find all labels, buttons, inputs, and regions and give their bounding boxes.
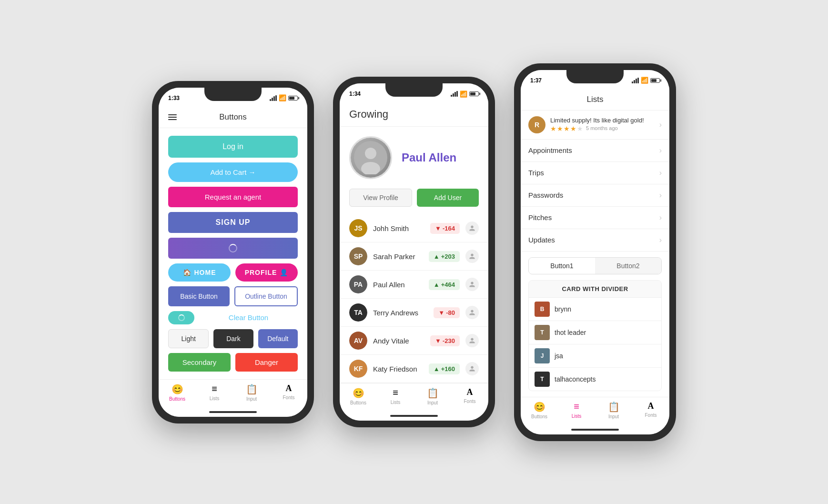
user-list-item: JS Johh Smith ▼ -164	[340, 214, 488, 242]
lists-tab-icon-2: ≡	[393, 387, 398, 398]
tab-buttons[interactable]: 😊 Buttons	[159, 383, 196, 402]
lists-tab-icon: ≡	[212, 383, 217, 394]
wifi-icon: 📶	[279, 94, 286, 101]
review-card[interactable]: R Limited supply! Its like digital gold!…	[521, 111, 669, 140]
tab-2-buttons[interactable]: 😊 Buttons	[340, 387, 377, 405]
tab-lists[interactable]: ≡ Lists	[196, 383, 233, 402]
tab-2-input[interactable]: 📋 Input	[414, 387, 451, 405]
user-action-button[interactable]	[465, 334, 479, 347]
tab-3-buttons[interactable]: 😊 Buttons	[521, 401, 558, 419]
phone-1-home-indicator	[159, 407, 307, 417]
user-action-button[interactable]	[465, 278, 479, 291]
secondary-button[interactable]: Secondary	[168, 353, 231, 372]
phone-3-time: 1:37	[530, 77, 542, 84]
home-button[interactable]: 🏠 HOME	[168, 263, 231, 282]
add-user-button[interactable]: Add User	[417, 189, 479, 207]
light-dark-default-row: Light Dark Default	[168, 329, 298, 348]
menu-item-label: Passwords	[528, 191, 563, 199]
fonts-tab-icon-3: A	[648, 401, 654, 411]
tab-fonts[interactable]: A Fonts	[270, 383, 307, 402]
fonts-tab-label-3: Fonts	[645, 413, 656, 418]
score-badge: ▲ +160	[429, 363, 460, 374]
basic-button[interactable]: Basic Button	[168, 286, 230, 306]
menu-item[interactable]: Appointments ›	[521, 140, 669, 162]
segment-btn2[interactable]: Button2	[595, 258, 661, 274]
basic-outline-row: Basic Button Outline Button	[168, 286, 298, 306]
input-tab-icon: 📋	[246, 383, 258, 395]
user-avatar: TA	[349, 303, 367, 322]
chevron-right-icon: ›	[659, 213, 662, 222]
card-item-name: jsa	[555, 352, 563, 360]
phone-2-home-indicator	[340, 411, 488, 421]
menu-item-label: Pitches	[528, 213, 552, 222]
review-text: Limited supply! Its like digital gold!	[550, 117, 655, 124]
clear-button[interactable]: Clear Button	[199, 313, 298, 322]
login-button[interactable]: Log in	[168, 136, 298, 158]
agent-button[interactable]: Request an agent	[168, 187, 298, 207]
user-action-button[interactable]	[465, 362, 479, 375]
menu-item[interactable]: Pitches ›	[521, 207, 669, 229]
signup-button[interactable]: SIGN UP	[168, 212, 298, 233]
cart-button[interactable]: Add to Cart →	[168, 162, 298, 182]
phone-1-time: 1:33	[168, 95, 180, 101]
light-button[interactable]: Light	[168, 329, 209, 348]
tab-3-input[interactable]: 📋 Input	[595, 401, 632, 419]
hamburger-icon[interactable]	[168, 114, 177, 120]
user-avatar: JS	[349, 219, 367, 237]
menu-item[interactable]: Trips ›	[521, 162, 669, 184]
danger-button[interactable]: Danger	[235, 353, 298, 372]
menu-item[interactable]: Passwords ›	[521, 184, 669, 207]
person-icon	[469, 253, 475, 260]
view-profile-button[interactable]: View Profile	[349, 189, 412, 207]
input-tab-label-2: Input	[427, 400, 438, 405]
chevron-right-icon: ›	[659, 191, 662, 200]
user-action-button[interactable]	[465, 222, 479, 235]
spinner-icon	[229, 244, 237, 252]
segment-btn1[interactable]: Button1	[529, 258, 595, 274]
card-items: B brynn T thot leader J jsa T talhaconce…	[529, 298, 661, 391]
tab-2-lists[interactable]: ≡ Lists	[377, 387, 414, 405]
phone-1-title: Buttons	[219, 112, 247, 122]
loading-button[interactable]	[168, 238, 298, 259]
user-action-button[interactable]	[465, 250, 479, 263]
user-list-item: KF Katy Friedson ▲ +160	[340, 355, 488, 383]
phone-3-inner: 1:37 📶 Lists	[521, 70, 669, 434]
default-button[interactable]: Default	[258, 329, 298, 348]
user-name: Katy Friedson	[373, 365, 423, 373]
phone-2-header: Growing	[340, 104, 488, 127]
tab-2-fonts[interactable]: A Fonts	[451, 387, 488, 405]
toggle-button[interactable]	[168, 311, 194, 324]
card-list-item: B brynn	[529, 298, 661, 321]
chevron-right-icon: ›	[659, 236, 662, 244]
profile-button[interactable]: PROFILE 👤	[235, 263, 298, 282]
profile-name: Paul Allen	[402, 151, 456, 164]
dark-button[interactable]: Dark	[213, 329, 253, 348]
user-avatar: PA	[349, 275, 367, 293]
profile-buttons: View Profile Add User	[340, 189, 488, 214]
user-action-button[interactable]	[465, 306, 479, 319]
tab-3-lists[interactable]: ≡ Lists	[558, 401, 595, 419]
toggle-clear-row: Clear Button	[168, 311, 298, 324]
input-tab-icon-3: 📋	[608, 401, 620, 413]
card-list-item: T thot leader	[529, 321, 661, 344]
tab-3-fonts[interactable]: A Fonts	[632, 401, 669, 419]
svg-point-1	[365, 148, 376, 159]
wifi-icon-3: 📶	[641, 77, 648, 84]
battery-icon-3	[650, 78, 660, 83]
battery-icon-2	[469, 91, 479, 96]
score-badge: ▼ -230	[430, 335, 460, 346]
menu-item-label: Appointments	[528, 146, 572, 154]
tab-input[interactable]: 📋 Input	[233, 383, 270, 402]
user-avatar: KF	[349, 360, 367, 378]
score-badge: ▼ -80	[434, 307, 460, 318]
user-avatar: AV	[349, 332, 367, 350]
phone-1-inner: 1:33 📶	[159, 88, 307, 417]
phone-3-notch	[566, 70, 624, 83]
buttons-tab-label: Buttons	[169, 396, 185, 402]
card-item-name: thot leader	[555, 329, 586, 336]
menu-item[interactable]: Updates ›	[521, 229, 669, 252]
input-tab-label-3: Input	[608, 414, 619, 419]
signal-icon-2	[451, 91, 458, 97]
phone-1-notch	[204, 88, 262, 101]
outline-button[interactable]: Outline Button	[234, 286, 298, 306]
